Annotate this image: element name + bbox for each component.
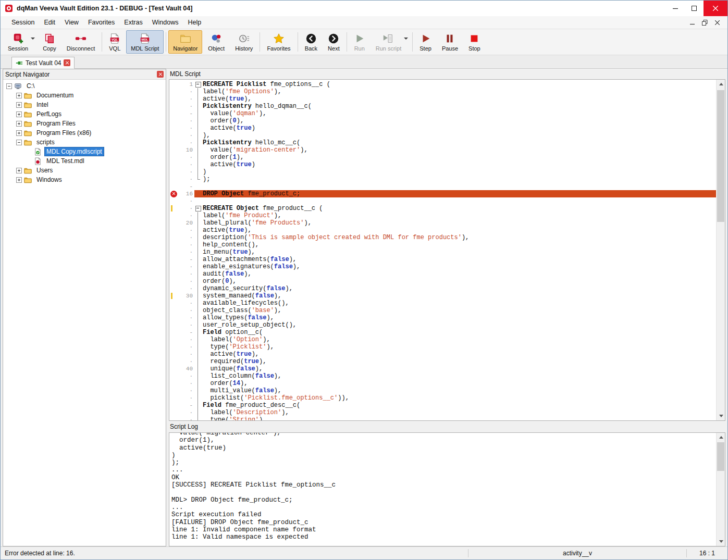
scroll-down-icon[interactable] [717, 537, 725, 546]
mdi-restore-button[interactable] [698, 17, 711, 28]
editor-line-12[interactable]: · active(true) [169, 161, 716, 168]
expand-icon[interactable] [16, 93, 22, 98]
script-log[interactable]: value('migration-center'), order(1), act… [169, 432, 725, 546]
editor-line-10[interactable]: 10 value('migration-center'), [169, 146, 716, 154]
editor-line-21[interactable]: ·active(true), [169, 227, 716, 234]
editor-line-43[interactable]: · multi_value(false), [169, 387, 716, 394]
editor-line-44[interactable]: · picklist('Picklist.fme_options__c')), [169, 394, 716, 402]
mdi-close-button[interactable] [711, 17, 723, 28]
back-button[interactable]: Back [300, 30, 322, 54]
menu-view[interactable]: View [60, 17, 83, 28]
menu-windows[interactable]: Windows [147, 17, 183, 28]
copy-button[interactable]: Copy [38, 30, 61, 54]
editor-line-30[interactable]: 30system_manaed(false), [169, 292, 716, 300]
scroll-down-icon[interactable] [717, 412, 725, 420]
session-dropdown-icon[interactable] [31, 38, 35, 40]
editor-line-33[interactable]: ·allow_types(false), [169, 314, 716, 321]
editor-line-25[interactable]: -allow_attachments(false), [169, 256, 716, 263]
editor-line-32[interactable]: ·object_class('base'), [169, 307, 716, 314]
expand-icon[interactable] [16, 130, 22, 136]
menu-help[interactable]: Help [183, 17, 206, 28]
editor-line-45[interactable]: -Field fme_product_desc__c( [169, 402, 716, 409]
editor-line-24[interactable]: ·in_menu(true), [169, 248, 716, 256]
editor-scroll-thumb[interactable] [717, 90, 724, 222]
maximize-button[interactable] [685, 1, 704, 16]
collapse-icon[interactable] [6, 83, 12, 89]
disconnect-button[interactable]: Disconnect [62, 30, 100, 54]
editor-line-6[interactable]: · order(0), [169, 117, 716, 125]
close-button[interactable] [704, 1, 727, 16]
tree-item-program-files-x86[interactable]: Program Files (x86) [3, 128, 166, 138]
editor-line-17[interactable]: · [169, 197, 716, 205]
scroll-up-icon[interactable] [717, 433, 725, 442]
menu-favorites[interactable]: Favorites [83, 17, 119, 28]
fold-collapse-icon[interactable] [194, 81, 201, 88]
code-editor[interactable]: 1RECREATE Picklist fme_options__c (·labe… [169, 79, 725, 421]
tree-item-scripts[interactable]: scripts [3, 138, 166, 147]
session-button[interactable]: Session [3, 30, 37, 54]
editor-line-37[interactable]: · type('Picklist'), [169, 343, 716, 351]
expand-icon[interactable] [16, 111, 22, 117]
editor-line-15[interactable]: - [169, 183, 716, 190]
editor-line-7[interactable]: · active(true) [169, 125, 716, 132]
editor-line-14[interactable]: ·); [169, 176, 716, 183]
expand-icon[interactable] [16, 102, 22, 108]
editor-line-9[interactable]: ·Picklistentry hello_mc__c( [169, 139, 716, 146]
log-scrollbar[interactable] [716, 433, 725, 546]
tab-close-icon[interactable] [64, 59, 70, 66]
editor-line-11[interactable]: · order(1), [169, 154, 716, 161]
editor-line-34[interactable]: ·user_role_setup_object(), [169, 321, 716, 329]
editor-line-35[interactable]: -Field option__c( [169, 329, 716, 336]
editor-line-20[interactable]: 20label_plural('fme Products'), [169, 219, 716, 227]
stop-button[interactable]: Stop [464, 30, 485, 54]
tree-item-intel[interactable]: Intel [3, 100, 166, 109]
tree-item-users[interactable]: Users [3, 166, 166, 175]
pause-button[interactable]: Pause [437, 30, 463, 54]
editor-line-1[interactable]: 1RECREATE Picklist fme_options__c ( [169, 81, 716, 88]
editor-line-40[interactable]: 40 unique(false), [169, 365, 716, 372]
editor-line-29[interactable]: ·dynamic_security(false), [169, 285, 716, 292]
editor-line-41[interactable]: · list_column(false), [169, 372, 716, 380]
editor-line-18[interactable]: ·RECREATE Object fme_product__c ( [169, 205, 716, 212]
editor-line-19[interactable]: ·label('fme Product'), [169, 212, 716, 219]
tree-item-program-files[interactable]: Program Files [3, 119, 166, 128]
scroll-up-icon[interactable] [717, 80, 725, 89]
editor-line-13[interactable]: ·) [169, 168, 716, 176]
editor-line-5[interactable]: - value('dqman'), [169, 110, 716, 117]
tree-item-mdl-copy-mdlscript[interactable]: MDL Copy.mdlscript [3, 147, 166, 156]
history-button[interactable]: History [230, 30, 257, 54]
tree-item-documentum[interactable]: Documentum [3, 91, 166, 100]
editor-scrollbar[interactable] [716, 80, 725, 420]
editor-line-16[interactable]: 16DROP Object fme_product_c; [169, 190, 716, 197]
vql-button[interactable]: VQLVQL [104, 30, 125, 54]
expand-icon[interactable] [16, 177, 22, 183]
editor-line-36[interactable]: · label('Option'), [169, 336, 716, 343]
minimize-button[interactable] [666, 1, 685, 16]
favorites-button[interactable]: Favorites [262, 30, 295, 54]
editor-line-8[interactable]: ·), [169, 132, 716, 139]
tree-item-c[interactable]: C:\ [3, 81, 166, 91]
mdi-minimize-button[interactable] [686, 17, 698, 28]
editor-line-4[interactable]: ·Picklistentry hello_dqman__c( [169, 103, 716, 110]
editor-line-26[interactable]: ·enable_esignatures(false), [169, 263, 716, 270]
expand-icon[interactable] [16, 121, 22, 127]
editor-line-3[interactable]: ·active(true), [169, 95, 716, 103]
step-button[interactable]: Step [415, 30, 436, 54]
run-script-dropdown-icon[interactable] [404, 38, 408, 40]
editor-line-39[interactable]: · required(true), [169, 358, 716, 365]
fold-collapse-icon[interactable] [194, 205, 201, 212]
menu-session[interactable]: Session [7, 17, 39, 28]
tree-item-perflogs[interactable]: PerfLogs [3, 109, 166, 119]
expand-icon[interactable] [16, 168, 22, 173]
editor-line-22[interactable]: ·description('This is sample object crea… [169, 234, 716, 241]
editor-line-31[interactable]: ·available_lifecycles(), [169, 300, 716, 307]
log-scroll-thumb[interactable] [717, 442, 724, 471]
object-button[interactable]: Object [203, 30, 229, 54]
next-button[interactable]: Next [323, 30, 344, 54]
editor-line-28[interactable]: ·order(0), [169, 278, 716, 285]
editor-line-47[interactable]: · type('String'), [169, 416, 716, 421]
tree-item-windows[interactable]: Windows [3, 175, 166, 184]
menu-edit[interactable]: Edit [39, 17, 60, 28]
editor-line-27[interactable]: ·audit(false), [169, 270, 716, 278]
editor-line-23[interactable]: ·help_content(), [169, 241, 716, 248]
